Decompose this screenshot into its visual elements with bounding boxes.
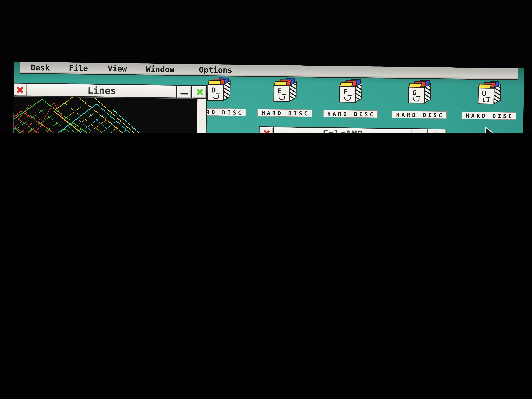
drive-letter: F_ bbox=[339, 86, 356, 103]
menu-item-view[interactable]: View bbox=[108, 64, 127, 74]
cabinet-icon: D_ bbox=[207, 77, 230, 100]
falcamp-titlebar[interactable]: FalcAMP bbox=[260, 127, 446, 133]
close-icon bbox=[263, 130, 270, 133]
window-title: FalcAMP bbox=[274, 127, 412, 133]
cabinet-icon: G_ bbox=[408, 80, 431, 102]
drive-letter: D_ bbox=[207, 84, 224, 101]
photo-of-monitor: DeskFileViewWindowOptions D_HARD DISCE_H… bbox=[0, 0, 532, 133]
close-button[interactable] bbox=[260, 127, 274, 133]
drawer-handle bbox=[279, 96, 285, 100]
fuller-icon bbox=[196, 89, 203, 95]
menu-item-window[interactable]: Window bbox=[146, 64, 174, 74]
drive-letter: U_ bbox=[478, 88, 494, 105]
drive-label: HARD DISC bbox=[392, 111, 447, 119]
cabinet-icon: F_ bbox=[339, 79, 362, 101]
drive-icon-F[interactable]: F_HARD DISC bbox=[321, 79, 381, 118]
wireframe-canvas bbox=[13, 96, 197, 133]
menu-item-options[interactable]: Options bbox=[199, 65, 232, 75]
drawer-handle bbox=[413, 97, 419, 101]
drive-label: HARD DISC bbox=[257, 109, 312, 117]
fullscreen-button[interactable] bbox=[191, 86, 206, 98]
close-icon bbox=[16, 86, 23, 93]
drawer-handle bbox=[344, 97, 351, 101]
drive-letter: E_ bbox=[273, 85, 290, 102]
cabinet-icon: U_ bbox=[478, 81, 501, 103]
close-button[interactable] bbox=[12, 83, 27, 95]
minimize-icon bbox=[181, 93, 188, 95]
lines-window: Lines bbox=[10, 83, 207, 133]
window-title: Lines bbox=[27, 84, 176, 97]
drive-label: HARD DISC bbox=[461, 112, 516, 120]
menu-bar[interactable]: DeskFileViewWindowOptions bbox=[20, 62, 518, 80]
maximize-button[interactable] bbox=[427, 129, 446, 133]
minimize-button[interactable] bbox=[176, 86, 191, 98]
menu-item-desk[interactable]: Desk bbox=[31, 63, 50, 73]
drive-letter: G_ bbox=[408, 87, 425, 104]
gem-desktop: DeskFileViewWindowOptions D_HARD DISCE_H… bbox=[10, 62, 524, 133]
falcamp-window: FalcAMP FILE: 01-Xantah LA CAPSULE i ? C… bbox=[258, 126, 446, 133]
maximize-icon bbox=[434, 133, 440, 133]
drive-icon-U[interactable]: U_HARD DISC bbox=[459, 81, 519, 120]
minimize-button[interactable] bbox=[412, 129, 427, 133]
mouse-cursor bbox=[484, 127, 496, 133]
cabinet-icon: E_ bbox=[273, 78, 297, 101]
drive-icon-G[interactable]: G_HARD DISC bbox=[390, 80, 450, 119]
drive-label: HARD DISC bbox=[323, 110, 378, 118]
drawer-handle bbox=[212, 95, 219, 99]
menu-item-file[interactable]: File bbox=[69, 63, 88, 73]
drive-icon-E[interactable]: E_HARD DISC bbox=[255, 78, 315, 117]
drawer-handle bbox=[483, 98, 489, 102]
